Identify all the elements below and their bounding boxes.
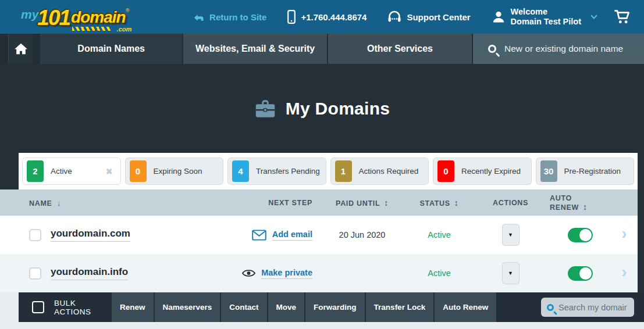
return-to-site-link[interactable]: Return to Site bbox=[194, 12, 266, 22]
paid-until-date: 20 Jun 2020 bbox=[339, 230, 386, 239]
phone-number[interactable]: +1.760.444.8674 bbox=[287, 10, 367, 24]
filter-actions-required[interactable]: 1 Actions Required bbox=[330, 158, 429, 185]
search-icon bbox=[488, 45, 496, 53]
filter-count-badge: 1 bbox=[335, 160, 352, 182]
logo-my: my bbox=[21, 8, 38, 22]
table-row: yourdomain.info Make private Active ▼ › bbox=[0, 254, 638, 292]
bulk-move-button[interactable]: Move bbox=[268, 292, 305, 322]
user-menu[interactable]: Welcome Domain Test Pilot bbox=[492, 7, 596, 26]
sort-icon: ↕ bbox=[384, 198, 389, 208]
column-paid-until-sort[interactable]: PAID UNTIL↕ bbox=[336, 198, 389, 208]
eye-icon bbox=[242, 269, 255, 278]
bulk-forwarding-button[interactable]: Forwarding bbox=[305, 292, 365, 322]
main-content: My Domains 2 Active ✖ 0 Expiring Soon 4 … bbox=[0, 64, 644, 329]
filter-transfers-pending[interactable]: 4 Transfers Pending bbox=[227, 158, 326, 185]
row-expand-chevron[interactable]: › bbox=[622, 226, 627, 244]
column-auto-renew-sort[interactable]: AUTO RENEW↕ bbox=[550, 194, 611, 212]
next-step-link[interactable]: Make private bbox=[261, 268, 312, 279]
headset-icon bbox=[387, 10, 401, 23]
filter-pre-registration[interactable]: 30 Pre-Registration bbox=[536, 158, 635, 185]
caret-down-icon: ▼ bbox=[508, 232, 513, 238]
close-icon[interactable]: ✖ bbox=[106, 167, 113, 176]
bulk-actions-label: BULK ACTIONS bbox=[54, 299, 111, 316]
filter-active[interactable]: 2 Active ✖ bbox=[22, 158, 121, 185]
chevron-down-icon bbox=[590, 12, 597, 19]
next-step-link[interactable]: Add email bbox=[272, 230, 312, 241]
brand-logo[interactable]: my 101 domain® .com bbox=[21, 9, 129, 27]
my-domains-search-input[interactable] bbox=[558, 303, 627, 312]
domain-name-link[interactable]: yourdomain.info bbox=[51, 266, 128, 280]
home-tab[interactable] bbox=[8, 34, 33, 64]
envelope-icon bbox=[252, 230, 266, 241]
auto-renew-toggle[interactable] bbox=[568, 266, 593, 281]
filter-count-badge: 0 bbox=[130, 160, 147, 182]
actions-dropdown[interactable]: ▼ bbox=[502, 262, 520, 284]
actions-dropdown[interactable]: ▼ bbox=[502, 224, 520, 246]
bulk-actions-zone: BULK ACTIONS Renew Nameservers Contact M… bbox=[0, 292, 644, 329]
sort-icon: ↕ bbox=[454, 198, 459, 208]
column-name-sort[interactable]: NAME↓ bbox=[0, 198, 215, 208]
domain-search-input[interactable] bbox=[504, 44, 644, 54]
home-icon bbox=[15, 43, 27, 55]
return-arrow-icon bbox=[194, 12, 204, 22]
filter-chip-bar: 2 Active ✖ 0 Expiring Soon 4 Transfers P… bbox=[19, 153, 638, 189]
logo-hatch-stripes bbox=[72, 27, 112, 31]
filter-count-badge: 0 bbox=[437, 160, 454, 182]
filter-recently-expired[interactable]: 0 Recently Expired bbox=[433, 158, 532, 185]
logo-101: 101 bbox=[37, 9, 70, 27]
status-badge: Active bbox=[428, 230, 451, 239]
tab-other-services[interactable]: Other Services bbox=[328, 34, 472, 64]
sort-desc-icon: ↓ bbox=[57, 198, 62, 208]
user-name: Domain Test Pilot bbox=[511, 17, 581, 27]
bulk-select-checkbox[interactable] bbox=[32, 301, 44, 313]
row-expand-chevron[interactable]: › bbox=[622, 264, 627, 282]
column-actions: ACTIONS bbox=[493, 199, 528, 207]
filter-expiring-soon[interactable]: 0 Expiring Soon bbox=[125, 158, 224, 185]
domain-search-bar bbox=[473, 34, 644, 64]
filter-count-badge: 2 bbox=[27, 160, 44, 182]
support-center-link[interactable]: Support Center bbox=[387, 10, 470, 23]
mobile-phone-icon bbox=[287, 10, 296, 24]
page-title: My Domains bbox=[286, 99, 390, 119]
my-domains-search bbox=[541, 298, 634, 317]
sort-icon: ↕ bbox=[583, 202, 588, 212]
topbar-links: Return to Site +1.760.444.8674 Support C… bbox=[194, 7, 644, 26]
column-status-sort[interactable]: STATUS↕ bbox=[419, 198, 458, 208]
briefcase-icon bbox=[254, 99, 276, 119]
status-badge: Active bbox=[428, 269, 451, 278]
filter-count-badge: 4 bbox=[232, 160, 249, 182]
logo-tld: .com bbox=[117, 26, 132, 33]
row-checkbox[interactable] bbox=[29, 267, 41, 280]
bulk-actions-bar: BULK ACTIONS Renew Nameservers Contact M… bbox=[19, 292, 644, 322]
table-row: yourdomain.com Add email 20 Jun 2020 Act… bbox=[0, 216, 638, 254]
welcome-text: Welcome bbox=[511, 7, 581, 17]
registered-mark: ® bbox=[126, 8, 130, 13]
page-title-block: My Domains bbox=[0, 64, 644, 153]
search-icon bbox=[547, 304, 554, 311]
shopping-cart-icon bbox=[614, 9, 631, 24]
column-next-step: NEXT STEP bbox=[268, 199, 317, 207]
tab-domain-names[interactable]: Domain Names bbox=[40, 34, 182, 64]
bulk-contact-button[interactable]: Contact bbox=[221, 292, 266, 322]
bulk-transfer-lock-button[interactable]: Transfer Lock bbox=[366, 292, 434, 322]
auto-renew-toggle[interactable] bbox=[568, 228, 593, 242]
bulk-nameservers-button[interactable]: Nameservers bbox=[155, 292, 220, 322]
table-header: NAME↓ NEXT STEP PAID UNTIL↕ STATUS↕ ACTI… bbox=[0, 189, 638, 216]
filter-count-badge: 30 bbox=[540, 160, 557, 182]
caret-down-icon: ▼ bbox=[508, 270, 513, 276]
bulk-auto-renew-button[interactable]: Auto Renew bbox=[435, 292, 496, 322]
cart-button[interactable] bbox=[614, 9, 631, 24]
user-avatar-icon bbox=[492, 10, 506, 24]
logo-domain: domain bbox=[71, 8, 126, 26]
top-header: my 101 domain® .com Return to Site +1.76… bbox=[0, 0, 644, 34]
main-nav: Domain Names Websites, Email & Security … bbox=[0, 34, 644, 64]
tab-websites-email-security[interactable]: Websites, Email & Security bbox=[183, 34, 327, 64]
row-checkbox[interactable] bbox=[29, 229, 41, 241]
domain-name-link[interactable]: yourdomain.com bbox=[51, 228, 130, 242]
bulk-renew-button[interactable]: Renew bbox=[112, 292, 154, 322]
